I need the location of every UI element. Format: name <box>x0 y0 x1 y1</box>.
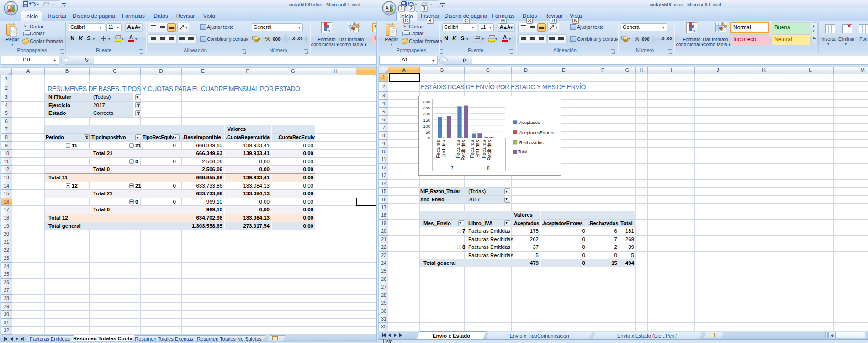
svg-text:Facturas: Facturas <box>436 140 441 158</box>
svg-text:Emitidas: Emitidas <box>441 140 446 158</box>
svg-text:150: 150 <box>423 118 430 123</box>
svg-text:.Aceptados: .Aceptados <box>518 120 540 125</box>
svg-text:Facturas: Facturas <box>455 140 460 158</box>
svg-text:7: 7 <box>451 166 454 171</box>
svg-text:300: 300 <box>423 99 430 104</box>
svg-text:8: 8 <box>487 166 490 171</box>
svg-text:Recibidas: Recibidas <box>487 140 492 161</box>
svg-text:Emitidas: Emitidas <box>475 140 480 158</box>
svg-text:Facturas: Facturas <box>482 140 487 158</box>
svg-text:100: 100 <box>423 123 430 129</box>
svg-text:.AceptadosErrores: .AceptadosErrores <box>518 130 554 135</box>
svg-text:200: 200 <box>423 111 430 116</box>
svg-text:Recibidas: Recibidas <box>461 140 466 161</box>
svg-text:Facturas: Facturas <box>470 140 475 158</box>
svg-text:50: 50 <box>425 129 430 134</box>
svg-text:250: 250 <box>423 105 430 110</box>
svg-text:0: 0 <box>428 135 430 140</box>
svg-text:.Rechazados: .Rechazados <box>518 140 544 145</box>
svg-text:Total: Total <box>518 149 527 154</box>
